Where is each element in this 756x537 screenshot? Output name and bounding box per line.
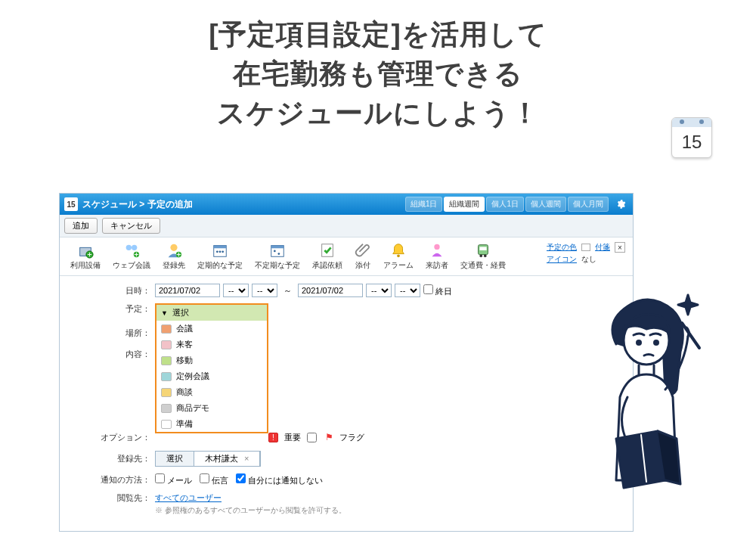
form: 日時： -- -- ～ -- -- 終日 予定： ▼選択会議来客移動定例会議商談… <box>60 276 633 531</box>
view-個人週間[interactable]: 個人週間 <box>525 197 566 212</box>
notify-label: 通知の方法： <box>67 474 155 486</box>
dropdown-item-準備[interactable]: 準備 <box>156 416 267 432</box>
color-link[interactable]: 予定の色 <box>547 242 577 253</box>
tool-approval[interactable]: 承認依頼 <box>306 241 349 272</box>
yotei-dropdown-open[interactable]: ▼選択会議来客移動定例会議商談商品デモ準備 <box>155 303 268 433</box>
notify-mail-checkbox[interactable] <box>155 473 165 483</box>
svg-point-21 <box>479 255 482 258</box>
end-min-select[interactable]: -- <box>395 284 420 297</box>
place-label: 場所： <box>67 327 155 339</box>
visitor-icon <box>429 242 445 259</box>
recurring-icon <box>212 242 228 259</box>
tool-facility[interactable]: 利用設備 <box>64 241 107 272</box>
headline-line3: スケジュールにしよう！ <box>30 94 726 133</box>
allday-checkbox[interactable] <box>423 284 433 294</box>
content-label: 内容： <box>67 349 155 360</box>
yotei-label: 予定： <box>67 303 155 315</box>
close-icon[interactable]: × <box>244 454 249 463</box>
svg-point-3 <box>132 245 137 250</box>
irregular-icon <box>269 242 286 259</box>
alarm-icon <box>390 242 407 259</box>
end-hour-select[interactable]: -- <box>366 284 392 297</box>
tab-木村謙太[interactable]: 木村謙太× <box>194 452 260 466</box>
tool-recurring[interactable]: 定期的な予定 <box>191 241 249 272</box>
titlebar: 15 スケジュール > 予定の追加 組織1日組織週間個人1日個人週間個人月間 <box>60 194 633 215</box>
notify-mail-wrapper[interactable]: メール <box>155 473 192 486</box>
tool-alarm[interactable]: アラーム <box>377 241 420 272</box>
notify-self-checkbox[interactable] <box>236 473 246 483</box>
notify-self-wrapper[interactable]: 自分には通知しない <box>236 473 323 486</box>
view-switcher: 組織1日組織週間個人1日個人週間個人月間 <box>405 197 609 212</box>
svg-point-22 <box>484 255 487 258</box>
view-個人1日[interactable]: 個人1日 <box>486 197 524 212</box>
dropdown-item-来客[interactable]: 来客 <box>156 337 267 352</box>
swatch-icon <box>161 324 172 334</box>
close-icon[interactable]: × <box>615 242 625 253</box>
icon-link[interactable]: アイコン <box>547 254 577 265</box>
approval-icon <box>319 242 336 259</box>
important-badge: ! <box>268 433 278 442</box>
toolbar-right: 予定の色 付箋 × アイコン なし <box>544 241 628 272</box>
register-to-label: 登録先： <box>67 453 155 464</box>
start-date-input[interactable] <box>155 284 220 297</box>
svg-point-24 <box>637 341 641 345</box>
svg-point-17 <box>397 255 400 258</box>
swatch-icon <box>161 340 172 349</box>
svg-point-9 <box>216 250 218 253</box>
notify-dengon-checkbox[interactable] <box>200 473 209 483</box>
tool-visitor[interactable]: 来訪者 <box>420 241 454 272</box>
datetime-label: 日時： <box>67 285 155 296</box>
postit-link[interactable]: 付箋 <box>595 242 610 253</box>
swatch-icon <box>161 404 172 413</box>
cancel-button[interactable]: キャンセル <box>102 218 160 234</box>
swatch-icon <box>161 356 172 365</box>
svg-point-11 <box>222 250 224 253</box>
tilde: ～ <box>280 285 295 296</box>
tool-register[interactable]: 登録先 <box>156 241 191 272</box>
view-組織1日[interactable]: 組織1日 <box>405 197 443 212</box>
viewers-link[interactable]: すべてのユーザー <box>155 492 222 504</box>
svg-point-10 <box>219 250 222 253</box>
view-組織週間[interactable]: 組織週間 <box>444 197 485 212</box>
tool-irregular[interactable]: 不定期な予定 <box>249 241 306 272</box>
tab-選択[interactable]: 選択 <box>156 452 194 466</box>
calendar-emoji-icon: 15 <box>671 117 712 158</box>
tool-webmtg[interactable]: ウェブ会議 <box>107 241 156 272</box>
dropdown-item-▼選択[interactable]: ▼選択 <box>156 305 267 321</box>
end-date-input[interactable] <box>298 284 363 297</box>
dropdown-item-商品デモ[interactable]: 商品デモ <box>156 400 267 416</box>
notify-dengon-wrapper[interactable]: 伝言 <box>200 473 228 486</box>
start-hour-select[interactable]: -- <box>223 284 249 297</box>
headline-line2: 在宅勤務も管理できる <box>30 54 726 94</box>
icon-value: なし <box>581 254 596 265</box>
allday-wrapper[interactable]: 終日 <box>423 284 452 297</box>
headline: [予定項目設定]を活用して 在宅勤務も管理できる スケジュールにしよう！ <box>0 0 756 138</box>
register-icon <box>166 242 182 259</box>
dropdown-item-商談[interactable]: 商談 <box>156 384 267 400</box>
svg-point-14 <box>274 250 276 253</box>
add-button[interactable]: 追加 <box>64 218 98 234</box>
svg-point-2 <box>126 245 132 250</box>
option-label: オプション： <box>67 432 155 443</box>
webmtg-icon <box>123 242 140 259</box>
svg-rect-8 <box>214 246 227 249</box>
start-min-select[interactable]: -- <box>252 284 277 297</box>
flag-checkbox[interactable] <box>307 433 317 442</box>
dropdown-item-移動[interactable]: 移動 <box>156 352 267 368</box>
viewers-hint: ※ 参照権のあるすべてのユーザーから閲覧を許可する。 <box>155 505 346 516</box>
attach-icon <box>355 242 371 259</box>
swatch-icon <box>161 388 172 397</box>
dropdown-item-定例会議[interactable]: 定例会議 <box>156 368 267 384</box>
svg-rect-20 <box>479 247 486 250</box>
svg-point-18 <box>434 244 439 250</box>
flag-icon: ⚑ <box>325 432 333 442</box>
gear-icon[interactable] <box>613 197 628 212</box>
headline-line1: [予定項目設定]を活用して <box>30 15 726 54</box>
tool-transport[interactable]: 交通費・経費 <box>454 241 512 272</box>
tool-attach[interactable]: 添付 <box>349 241 377 272</box>
svg-line-26 <box>682 323 699 348</box>
facility-icon <box>77 242 94 259</box>
dropdown-item-会議[interactable]: 会議 <box>156 321 267 337</box>
view-個人月間[interactable]: 個人月間 <box>568 197 609 212</box>
viewers-label: 閲覧先： <box>67 492 155 504</box>
